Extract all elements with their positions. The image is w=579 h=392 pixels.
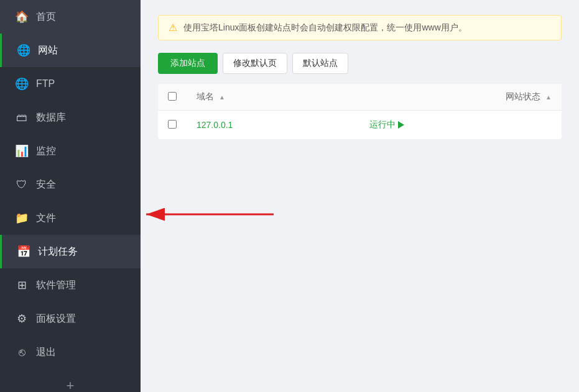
sidebar-item-panel[interactable]: ⚙ 面板设置 [0, 302, 141, 335]
default-site-button[interactable]: 默认站点 [292, 53, 348, 74]
sidebar-item-logout[interactable]: ⎋ 退出 [0, 335, 141, 369]
website-icon: 🌐 [17, 43, 30, 57]
monitor-icon: 📊 [15, 144, 29, 158]
table-header-checkbox [158, 84, 187, 111]
warning-banner: ⚠ 使用宝塔Linux面板创建站点时会自动创建权限配置，统一使用www用户。 [158, 15, 562, 40]
sidebar-add-button[interactable]: + [0, 369, 141, 392]
sidebar-item-ftp-label: FTP [36, 78, 55, 89]
sidebar-item-software-label: 软件管理 [36, 279, 76, 292]
database-icon: 🗃 [15, 111, 29, 124]
table-header-domain: 域名 ▲ [187, 84, 359, 111]
sidebar-item-software[interactable]: ⊞ 软件管理 [0, 268, 141, 302]
select-all-checkbox[interactable] [168, 92, 177, 101]
sidebar-item-files[interactable]: 📁 文件 [0, 201, 141, 235]
logout-icon: ⎋ [15, 345, 29, 359]
status-running-icon [398, 121, 404, 129]
sidebar-item-monitor-label: 监控 [36, 145, 56, 158]
sidebar-item-cron-label: 计划任务 [38, 245, 78, 258]
sidebar-item-security-label: 安全 [36, 178, 56, 191]
sidebar-item-home[interactable]: 🏠 首页 [0, 0, 141, 34]
software-icon: ⊞ [15, 278, 29, 292]
status-badge: 运行中 [369, 119, 552, 130]
warning-text: 使用宝塔Linux面板创建站点时会自动创建权限配置，统一使用www用户。 [183, 22, 467, 34]
sidebar-item-security[interactable]: 🛡 安全 [0, 168, 141, 201]
sidebar-item-panel-label: 面板设置 [36, 312, 76, 326]
domain-link[interactable]: 127.0.0.1 [197, 120, 233, 130]
security-icon: 🛡 [15, 178, 29, 191]
sidebar-item-website-label: 网站 [38, 44, 58, 57]
row-checkbox-cell [158, 111, 187, 140]
content-area: ⚠ 使用宝塔Linux面板创建站点时会自动创建权限配置，统一使用www用户。 添… [141, 0, 579, 392]
sidebar-item-logout-label: 退出 [36, 346, 56, 359]
table-header-status: 网站状态 ▲ [359, 84, 562, 111]
status-text: 运行中 [369, 119, 396, 130]
table-header-row: 域名 ▲ 网站状态 ▲ [158, 84, 562, 111]
panel-icon: ⚙ [15, 312, 29, 326]
status-header-label: 网站状态 [506, 91, 540, 101]
status-cell: 运行中 [359, 111, 562, 140]
files-icon: 📁 [15, 211, 29, 225]
sidebar-item-database-label: 数据库 [36, 111, 66, 124]
main-content: ⚠ 使用宝塔Linux面板创建站点时会自动创建权限配置，统一使用www用户。 添… [141, 0, 579, 392]
row-checkbox[interactable] [168, 120, 177, 129]
modify-default-page-button[interactable]: 修改默认页 [223, 53, 287, 74]
home-icon: 🏠 [15, 10, 29, 24]
warning-icon: ⚠ [169, 22, 177, 34]
domain-header-label: 域名 [197, 91, 214, 101]
toolbar: 添加站点 修改默认页 默认站点 [158, 53, 562, 74]
domain-cell: 127.0.0.1 [187, 111, 359, 140]
table-row: 127.0.0.1 运行中 [158, 111, 562, 140]
add-site-button[interactable]: 添加站点 [158, 53, 218, 74]
sidebar: 🏠 首页 🌐 网站 🌐 FTP 🗃 数据库 📊 监控 🛡 安全 📁 文件 📅 [0, 0, 141, 392]
sidebar-item-database[interactable]: 🗃 数据库 [0, 101, 141, 134]
sidebar-item-website[interactable]: 🌐 网站 [0, 34, 141, 67]
sidebar-item-cron[interactable]: 📅 计划任务 [0, 235, 141, 268]
sidebar-item-files-label: 文件 [36, 212, 56, 225]
sidebar-item-home-label: 首页 [36, 11, 56, 24]
status-sort-icon: ▲ [545, 94, 552, 101]
cron-icon: 📅 [17, 245, 30, 258]
sidebar-item-monitor[interactable]: 📊 监控 [0, 134, 141, 168]
add-icon: + [67, 378, 75, 392]
sidebar-item-ftp[interactable]: 🌐 FTP [0, 67, 141, 101]
domain-sort-icon: ▲ [219, 94, 225, 101]
sites-table: 域名 ▲ 网站状态 ▲ [158, 84, 562, 139]
ftp-icon: 🌐 [15, 77, 29, 91]
